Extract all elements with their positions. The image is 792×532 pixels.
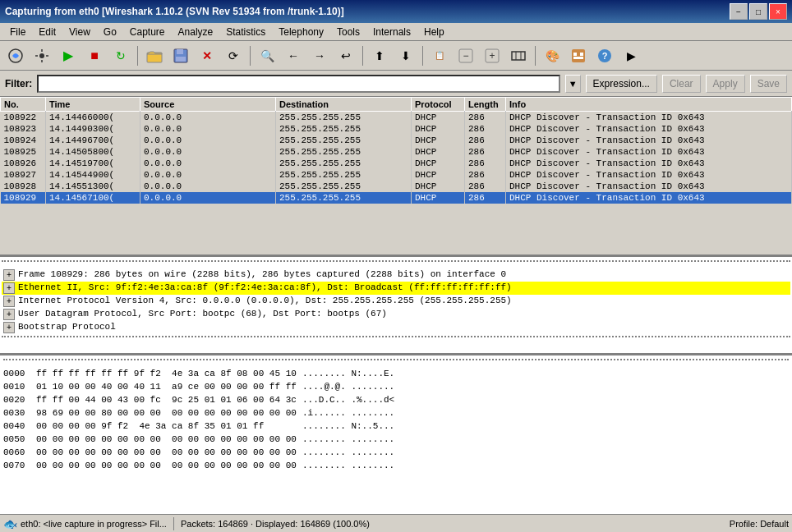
table-row[interactable]: 10892714.14544900(0.0.0.0255.255.255.255… [1, 169, 792, 181]
svg-rect-5 [176, 57, 186, 62]
table-row[interactable]: 10892614.14519700(0.0.0.0255.255.255.255… [1, 158, 792, 169]
scroll-last-btn[interactable]: ⬇ [394, 44, 418, 67]
col-info[interactable]: Info [506, 98, 792, 112]
menu-item-telephony[interactable]: Telephony [272, 25, 330, 39]
cell-1: 14.14496700( [46, 135, 140, 146]
menu-item-go[interactable]: Go [97, 25, 123, 39]
clear-btn[interactable]: Clear [662, 75, 701, 93]
table-row[interactable]: 10892914.14567100(0.0.0.0255.255.255.255… [1, 192, 792, 204]
col-no[interactable]: No. [1, 98, 46, 112]
prefs-btn[interactable] [566, 44, 591, 67]
cell-0: 108923 [1, 123, 46, 135]
prev-btn[interactable]: ← [281, 44, 306, 67]
capture-status: eth0: <live capture in progress> Fil... [21, 519, 167, 529]
detail-item[interactable]: +Bootstrap Protocol [2, 321, 790, 334]
menu-item-view[interactable]: View [62, 25, 97, 39]
cell-0: 108929 [1, 192, 46, 204]
expand-icon[interactable]: + [3, 269, 15, 281]
col-destination[interactable]: Destination [276, 98, 412, 112]
menu-item-analyze[interactable]: Analyze [172, 25, 220, 39]
hex-offset: 0000 [3, 367, 33, 380]
detail-text: User Datagram Protocol, Src Port: bootpc… [18, 309, 387, 319]
col-length[interactable]: Length [465, 98, 506, 112]
hex-row: 004000 00 00 00 9f f2 4e 3a ca 8f 35 01 … [3, 420, 789, 433]
hex-ascii: ........ N:..5... [302, 420, 394, 433]
detail-item[interactable]: +Internet Protocol Version 4, Src: 0.0.0… [2, 295, 790, 308]
status-fish-icon: 🐟 [3, 517, 17, 530]
hex-pane: 0000ff ff ff ff ff ff 9f f2 4e 3a ca 8f … [0, 355, 792, 514]
capture-options-btn[interactable] [30, 44, 54, 67]
hex-bytes: 98 69 00 00 80 00 00 00 00 00 00 00 00 0… [36, 406, 299, 420]
hex-ascii: ........ ........ [302, 433, 394, 446]
col-time[interactable]: Time [46, 98, 140, 112]
resize-btn[interactable] [506, 44, 531, 67]
hex-ascii: ...D.C.. .%....d< [302, 393, 394, 406]
capture-start-btn[interactable]: ▶ [56, 44, 81, 67]
coloring-btn[interactable]: 📋 [427, 44, 452, 67]
capture-interfaces-btn[interactable] [3, 44, 28, 67]
hex-bytes: ff ff ff ff ff ff 9f f2 4e 3a ca 8f 08 0… [36, 367, 299, 380]
close-file-btn[interactable]: ✕ [195, 44, 219, 67]
col-protocol[interactable]: Protocol [412, 98, 465, 112]
menu-item-statistics[interactable]: Statistics [219, 25, 272, 39]
next-btn[interactable]: → [307, 44, 332, 67]
cell-5: 286 [465, 123, 506, 135]
detail-text: Frame 108929: 286 bytes on wire (2288 bi… [18, 269, 506, 279]
table-header: No. Time Source Destination Protocol Len… [1, 98, 792, 112]
capture-restart-btn[interactable]: ↻ [108, 44, 133, 67]
more-btn[interactable]: ▶ [619, 44, 643, 67]
expand-icon[interactable]: + [3, 309, 15, 320]
restore-button[interactable]: □ [749, 3, 767, 20]
table-row[interactable]: 10892214.14466000(0.0.0.0255.255.255.255… [1, 112, 792, 124]
menu-item-edit[interactable]: Edit [32, 25, 62, 39]
menu-item-file[interactable]: File [3, 25, 32, 39]
hex-sep [3, 359, 789, 365]
color-rules-btn[interactable]: 🎨 [540, 44, 564, 67]
scroll-first-btn[interactable]: ⬆ [367, 44, 392, 67]
cell-1: 14.14567100( [46, 192, 140, 204]
table-row[interactable]: 10892814.14551300(0.0.0.0255.255.255.255… [1, 181, 792, 192]
detail-text: Internet Protocol Version 4, Src: 0.0.0.… [18, 296, 512, 305]
expand-icon[interactable]: + [3, 282, 15, 294]
table-row[interactable]: 10892414.14496700(0.0.0.0255.255.255.255… [1, 135, 792, 146]
cell-2: 0.0.0.0 [140, 158, 276, 169]
save-btn[interactable] [168, 44, 193, 67]
zoom-out-btn[interactable]: + [480, 44, 504, 67]
hex-row: 007000 00 00 00 00 00 00 00 00 00 00 00 … [3, 459, 789, 472]
menu-item-tools[interactable]: Tools [330, 25, 366, 39]
svg-rect-15 [580, 53, 583, 56]
filter-dropdown-btn[interactable]: ▼ [565, 75, 581, 93]
go-prev-btn[interactable]: ↩ [334, 44, 358, 67]
detail-item[interactable]: +Frame 108929: 286 bytes on wire (2288 b… [2, 268, 790, 282]
menu-item-help[interactable]: Help [417, 25, 451, 39]
expand-icon[interactable]: + [3, 296, 15, 307]
reload-btn[interactable]: ⟳ [221, 44, 246, 67]
zoom-in-btn[interactable]: − [454, 44, 478, 67]
col-source[interactable]: Source [140, 98, 276, 112]
menu-item-capture[interactable]: Capture [123, 25, 172, 39]
hex-offset: 0050 [3, 433, 33, 446]
menu-item-internals[interactable]: Internals [366, 25, 417, 39]
open-btn[interactable] [142, 44, 167, 67]
expand-icon[interactable]: + [3, 322, 15, 333]
save-filter-btn[interactable]: Save [750, 75, 787, 93]
cell-3: 255.255.255.255 [276, 158, 412, 169]
hex-row: 0000ff ff ff ff ff ff 9f f2 4e 3a ca 8f … [3, 367, 789, 380]
detail-item[interactable]: +User Datagram Protocol, Src Port: bootp… [2, 308, 790, 321]
hex-offset: 0060 [3, 446, 33, 459]
find-btn[interactable]: 🔍 [255, 44, 279, 67]
capture-stop-btn[interactable]: ■ [82, 44, 107, 67]
table-row[interactable]: 10892314.14490300(0.0.0.0255.255.255.255… [1, 123, 792, 135]
filter-input[interactable] [37, 75, 559, 93]
apply-btn[interactable]: Apply [706, 75, 745, 93]
cell-5: 286 [465, 146, 506, 158]
status-divider [173, 517, 174, 530]
expression-btn[interactable]: Expression... [586, 75, 657, 93]
detail-item[interactable]: +Ethernet II, Src: 9f:f2:4e:3a:ca:8f (9f… [2, 282, 790, 295]
packet-table: No. Time Source Destination Protocol Len… [0, 97, 792, 204]
cell-6: DHCP Discover - Transaction ID 0x643 [506, 146, 792, 158]
table-row[interactable]: 10892514.14505800(0.0.0.0255.255.255.255… [1, 146, 792, 158]
help-btn[interactable]: ? [592, 44, 617, 67]
minimize-button[interactable]: − [730, 3, 748, 20]
close-button[interactable]: × [769, 3, 787, 20]
